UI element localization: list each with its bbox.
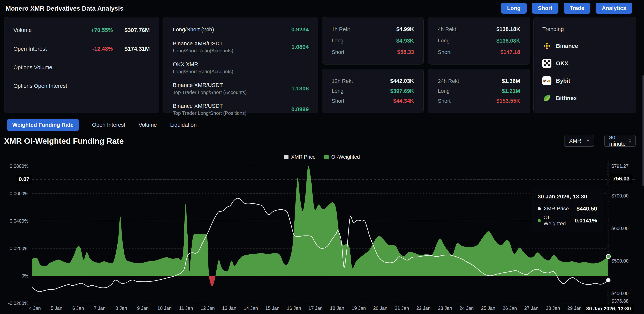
stat-label: Options Open Interest (14, 83, 67, 89)
ratio-row: Binance XMR/USDT Long/Short Ratio(Accoun… (173, 40, 309, 54)
page-title: Monero XMR Derivatives Data Analysis (6, 5, 124, 12)
up-down-spinner-icon: ▴▾ (629, 138, 631, 144)
short-button[interactable]: Short (532, 3, 558, 14)
tooltip-label: XMR Price (544, 206, 569, 212)
symbol-select[interactable]: XMR ▾ (564, 135, 594, 147)
y-left-tick-label: 0.0200% (10, 246, 28, 251)
rekt-period: 24h Rekt (438, 78, 459, 84)
interval-select-value: 30 minute (609, 134, 629, 147)
trending-title: Trending (542, 26, 627, 32)
y-left-tick-label: -0.0200% (8, 301, 28, 306)
trending-item-bybit[interactable]: BYBIT Bybit (542, 76, 627, 85)
rekt-period: 4h Rekt (438, 26, 456, 32)
x-tick-label: 7 Jan (94, 306, 106, 311)
tab-open-interest[interactable]: Open Interest (92, 122, 125, 128)
chart-tabs: Weighted Funding Rate Open Interest Volu… (7, 119, 197, 131)
x-tick-label: 29 Jan (567, 306, 582, 311)
ratio-title: Binance XMR/USDT (173, 81, 247, 89)
rekt-short-label: Short (332, 49, 344, 55)
tooltip-value: 0.0141% (575, 217, 597, 224)
stat-row-options-volume: Options Volume (14, 64, 150, 70)
trending-item-okx[interactable]: OKX (542, 59, 627, 68)
stat-label: Options Volume (14, 64, 52, 70)
rekt-short-label: Short (438, 49, 450, 55)
tooltip-title: 30 Jan 2026, 13:30 (538, 193, 597, 200)
crosshair-y-left-badge: 0.07 (16, 175, 32, 184)
chart-legend: XMR Price OI-Weighted (284, 154, 360, 160)
rekt-long-value: $4.93K (396, 38, 414, 44)
ratio-title: Binance XMR/USDT (173, 102, 246, 110)
trending-item-binance[interactable]: Binance (542, 41, 627, 50)
stat-row-options-open-interest: Options Open Interest (14, 83, 150, 89)
stat-row-volume: Volume +70.55% $307.76M (14, 27, 150, 33)
chart-title: XMR OI-Weighted Funding Rate (4, 137, 124, 146)
rekt-short-label: Short (332, 98, 344, 104)
x-tick-label: 9 Jan (137, 306, 148, 311)
rekt-panel-24h: 24h Rekt$1.36M Long$1.21M Short$153.55K (428, 69, 530, 113)
chart-canvas[interactable]: 0.0800%0.0600%0.0400%0.0200%0%-0.0200%$7… (0, 149, 644, 314)
ratio-value: 0.9234 (291, 26, 309, 33)
x-tick-label: 13 Jan (222, 306, 236, 311)
tooltip-row-price: XMR Price $440.50 (538, 205, 597, 212)
trade-button[interactable]: Trade (564, 3, 590, 14)
rekt-total: $138.18K (496, 26, 520, 32)
rekt-period: 12h Rekt (332, 78, 353, 84)
legend-label: XMR Price (291, 154, 316, 160)
okx-icon (542, 59, 552, 68)
stat-label: Open Interest (14, 46, 47, 52)
header-actions: Long Short Trade Analytics (501, 3, 632, 14)
analytics-button[interactable]: Analytics (596, 3, 632, 14)
trending-name: Binance (556, 43, 578, 49)
ratio-subtitle: Top Trader Long/Short (Positions) (173, 110, 246, 116)
y-right-tick-label: $376.88 (612, 298, 628, 304)
ratio-title: Long/Short (24h) (173, 26, 214, 33)
stat-value: $307.76M (113, 27, 150, 33)
ratio-value: 1.1308 (291, 85, 309, 92)
price-last-dot (606, 278, 610, 282)
x-tick-label: 14 Jan (244, 306, 258, 311)
long-button[interactable]: Long (501, 3, 527, 14)
rekt-total: $442.03K (390, 78, 414, 84)
tab-weighted-funding-rate[interactable]: Weighted Funding Rate (7, 119, 79, 131)
y-right-tick-label: $700.00 (612, 193, 628, 198)
rekt-panel-4h: 4h Rekt$138.18K Long$138.03K Short$147.1… (428, 17, 530, 64)
rekt-total: $1.36M (502, 78, 520, 84)
x-tick-label: 4 Jan (29, 306, 41, 311)
rekt-panel-12h: 12h Rekt$442.03K Long$397.69K Short$44.3… (322, 69, 424, 113)
tab-liquidation[interactable]: Liquidation (170, 122, 197, 128)
legend-swatch (324, 155, 329, 159)
ratio-title: Binance XMR/USDT (173, 40, 233, 47)
ratio-row: OKX XMR Long/Short Ratio(Accounts) (173, 60, 309, 75)
rekt-long-value: $397.69K (390, 88, 414, 94)
interval-select[interactable]: 30 minute ▴▾ (604, 135, 636, 147)
y-left-tick-label: 0.0400% (10, 218, 28, 224)
tooltip-row-funding: OI-Weighted 0.0141% (538, 215, 597, 227)
rekt-long-value: $138.03K (496, 38, 520, 44)
market-stats-panel: Volume +70.55% $307.76M Open Interest -1… (4, 17, 160, 113)
binance-icon (542, 41, 552, 50)
x-tick-label: 5 Jan (51, 306, 62, 311)
x-tick-label: 28 Jan (546, 306, 560, 311)
rekt-short-label: Short (438, 98, 450, 104)
x-tick-label: 12 Jan (200, 306, 215, 311)
funding-rate-chart[interactable]: 0.0800%0.0600%0.0400%0.0200%0%-0.0200%$7… (0, 149, 644, 314)
y-left-tick-label: 0.0800% (10, 163, 28, 169)
x-tick-label: 20 Jan (373, 306, 387, 311)
y-right-tick-label: $600.00 (612, 226, 628, 231)
rekt-long-label: Long (332, 38, 344, 44)
tab-volume[interactable]: Volume (138, 122, 157, 128)
x-tick-label: 26 Jan (502, 306, 517, 311)
stat-row-open-interest: Open Interest -12.48% $174.31M (14, 45, 150, 52)
x-tick-label: 21 Jan (395, 306, 409, 311)
funding-area-positive (32, 166, 608, 286)
legend-item-xmr-price[interactable]: XMR Price (284, 154, 316, 160)
x-tick-label: 22 Jan (416, 306, 430, 311)
ratio-row: Binance XMR/USDT Top Trader Long/Short (… (173, 81, 309, 96)
page-scrollbar[interactable] (642, 75, 644, 186)
legend-swatch (284, 155, 288, 159)
legend-item-oi-weighted[interactable]: OI-Weighted (324, 154, 360, 160)
trending-item-bitfinex[interactable]: Bitfinex (542, 94, 627, 103)
trending-name: OKX (556, 60, 568, 67)
funding-dot-icon (538, 219, 541, 222)
ratio-row: Binance XMR/USDT Top Trader Long/Short (… (173, 102, 309, 116)
